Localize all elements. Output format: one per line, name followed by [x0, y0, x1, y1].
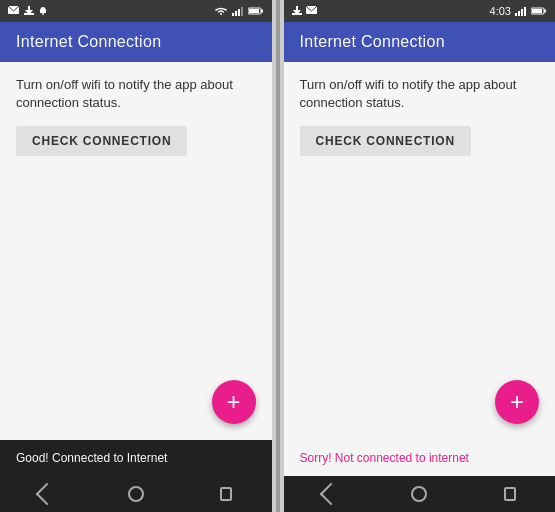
svg-rect-8	[241, 7, 243, 16]
message-icon	[8, 6, 20, 16]
signal-icon-1	[232, 6, 244, 16]
status-bar-left-2	[292, 6, 318, 16]
description-text-1: Turn on/off wifi to notify the app about…	[16, 76, 256, 112]
recent-button-1[interactable]	[206, 476, 246, 512]
svg-rect-18	[521, 9, 523, 16]
status-bar-right-2: 4:03	[490, 5, 547, 17]
snackbar-message-2: Sorry! Not connected to internet	[300, 451, 469, 465]
wifi-icon-1	[214, 6, 228, 16]
svg-rect-6	[235, 11, 237, 16]
battery-icon-2	[531, 6, 547, 16]
fab-icon-2: +	[510, 390, 524, 414]
status-bar-right-1	[214, 6, 264, 16]
fab-2[interactable]: +	[495, 380, 539, 424]
phone-1: Internet Connection Turn on/off wifi to …	[0, 0, 272, 512]
recent-icon-1	[220, 487, 232, 501]
phone-2: 4:03 Internet Connection	[284, 0, 556, 512]
svg-rect-11	[249, 9, 259, 13]
message-icon-2	[306, 6, 318, 16]
back-icon-1	[36, 483, 59, 506]
download-icon-2	[292, 6, 302, 16]
app-bar-1: Internet Connection	[0, 22, 272, 62]
content-1: Turn on/off wifi to notify the app about…	[0, 62, 272, 440]
fab-1[interactable]: +	[212, 380, 256, 424]
svg-rect-3	[28, 6, 30, 11]
content-2: Turn on/off wifi to notify the app about…	[284, 62, 556, 440]
home-button-2[interactable]	[399, 476, 439, 512]
svg-rect-17	[518, 11, 520, 16]
svg-rect-21	[544, 10, 546, 13]
back-button-2[interactable]	[309, 476, 349, 512]
svg-rect-22	[532, 9, 542, 13]
back-icon-2	[319, 483, 342, 506]
home-button-1[interactable]	[116, 476, 156, 512]
recent-button-2[interactable]	[490, 476, 530, 512]
svg-rect-16	[515, 13, 517, 16]
phone-divider	[276, 0, 280, 512]
back-button-1[interactable]	[25, 476, 65, 512]
check-connection-button-1[interactable]: CHECK CONNECTION	[16, 126, 187, 156]
fab-icon-1: +	[226, 390, 240, 414]
status-bar-left-1	[8, 6, 48, 16]
svg-rect-19	[524, 7, 526, 16]
home-icon-2	[411, 486, 427, 502]
alert-icon	[38, 6, 48, 16]
description-text-2: Turn on/off wifi to notify the app about…	[300, 76, 540, 112]
recent-icon-2	[504, 487, 516, 501]
svg-rect-5	[232, 13, 234, 16]
time-display: 4:03	[490, 5, 511, 17]
app-bar-title-2: Internet Connection	[300, 33, 445, 51]
app-bar-title-1: Internet Connection	[16, 33, 161, 51]
svg-rect-4	[42, 13, 44, 15]
signal-icon-2	[515, 6, 527, 16]
check-connection-button-2[interactable]: CHECK CONNECTION	[300, 126, 471, 156]
snackbar-2: Sorry! Not connected to internet	[284, 440, 556, 476]
home-icon-1	[128, 486, 144, 502]
status-bar-2: 4:03	[284, 0, 556, 22]
svg-rect-10	[261, 10, 263, 13]
battery-icon-1	[248, 6, 264, 16]
app-bar-2: Internet Connection	[284, 22, 556, 62]
nav-bar-1	[0, 476, 272, 512]
status-bar-1	[0, 0, 272, 22]
snackbar-message-1: Good! Connected to Internet	[16, 451, 167, 465]
download-icon	[24, 6, 34, 16]
snackbar-1: Good! Connected to Internet	[0, 440, 272, 476]
svg-rect-7	[238, 9, 240, 16]
nav-bar-2	[284, 476, 556, 512]
svg-rect-14	[296, 6, 298, 11]
